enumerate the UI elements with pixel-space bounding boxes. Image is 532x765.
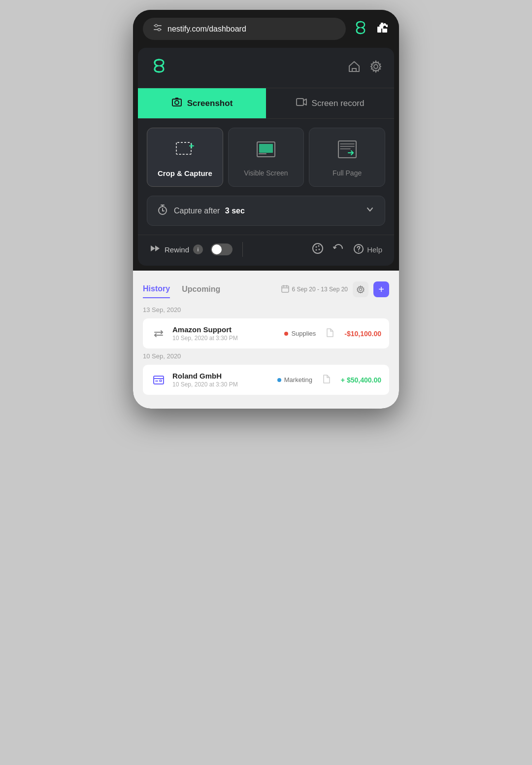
delay-selector[interactable]: Capture after 3 sec — [147, 196, 385, 226]
refresh-icon[interactable] — [332, 243, 344, 257]
ext-header-icons — [348, 60, 382, 76]
category-label-2: Marketing — [284, 376, 312, 383]
info-icon[interactable]: i — [193, 244, 203, 254]
table-row[interactable]: Amazon Support 10 Sep, 2020 at 3:30 PM S… — [143, 318, 389, 348]
transaction-icon-2 — [151, 372, 166, 388]
capture-option-crop[interactable]: Crop & Capture — [147, 128, 223, 187]
delay-label: Capture after — [174, 207, 220, 215]
attachment-icon-1 — [327, 328, 333, 339]
help-section[interactable]: Help — [353, 243, 382, 256]
chevron-down-icon — [365, 205, 375, 217]
date-range: 6 Sep 20 - 13 Sep 20 — [281, 285, 348, 294]
dash-tab-controls: 6 Sep 20 - 13 Sep 20 + — [281, 281, 389, 297]
ext-header — [138, 48, 394, 88]
cookie-icon[interactable] — [312, 243, 324, 257]
home-icon[interactable] — [348, 60, 361, 76]
screen-record-tab-icon — [296, 98, 307, 109]
svg-rect-6 — [352, 69, 356, 71]
svg-point-3 — [158, 29, 161, 31]
url-bar[interactable]: nestify.com/dashboard — [143, 18, 346, 40]
transaction-name-2: Roland GmbH — [172, 372, 271, 380]
tab-screen-record-label: Screen record — [312, 99, 365, 108]
puzzle-icon[interactable] — [375, 21, 389, 37]
brand-logo-icon — [353, 20, 368, 38]
transaction-date-2: 10 Sep, 2020 at 3:30 PM — [172, 381, 271, 388]
svg-rect-4 — [377, 27, 381, 33]
screenshot-tab-icon — [171, 97, 182, 109]
capture-option-full[interactable]: Full Page — [309, 128, 385, 187]
footer-divider — [242, 242, 243, 257]
transaction-info-1: Amazon Support 10 Sep, 2020 at 3:30 PM — [172, 325, 278, 342]
svg-rect-11 — [176, 142, 191, 154]
help-circle-icon — [353, 243, 364, 256]
capture-options: Crop & Capture Visible Screen — [138, 119, 394, 196]
timer-icon — [157, 204, 168, 217]
transaction-info-2: Roland GmbH 10 Sep, 2020 at 3:30 PM — [172, 372, 271, 388]
delay-value: 3 sec — [225, 207, 245, 215]
toggle-knob — [212, 244, 222, 254]
visible-screen-label: Visible Screen — [244, 169, 288, 177]
ext-footer: Rewind i — [138, 235, 394, 266]
svg-point-2 — [155, 25, 158, 27]
rewind-toggle[interactable] — [211, 243, 233, 255]
rewind-icon — [150, 244, 161, 255]
browser-bar: nestify.com/dashboard — [133, 10, 399, 48]
category-dot-2 — [277, 378, 281, 382]
tab-screenshot[interactable]: Screenshot — [138, 88, 266, 118]
info-text: i — [198, 246, 199, 252]
transaction-icon-1 — [151, 326, 166, 342]
date-range-text: 6 Sep 20 - 13 Sep 20 — [292, 286, 348, 293]
category-label-1: Supplies — [291, 330, 316, 337]
svg-rect-35 — [154, 376, 164, 384]
table-row[interactable]: Roland GmbH 10 Sep, 2020 at 3:30 PM Mark… — [143, 365, 389, 395]
tab-upcoming[interactable]: Upcoming — [182, 281, 220, 298]
transaction-date-1: 10 Sep, 2020 at 3:30 PM — [172, 335, 278, 342]
category-dot-1 — [284, 332, 288, 336]
dashboard-settings-button[interactable] — [353, 281, 368, 297]
visible-screen-icon — [255, 140, 277, 162]
crop-capture-label: Crop & Capture — [158, 169, 212, 177]
svg-point-27 — [316, 249, 317, 250]
date-group-1: 13 Sep, 2020 — [143, 306, 389, 313]
ext-tabs: Screenshot Screen record — [138, 88, 394, 119]
svg-point-25 — [318, 245, 320, 246]
transaction-name-1: Amazon Support — [172, 325, 278, 334]
help-label: Help — [367, 245, 382, 254]
svg-rect-30 — [282, 286, 289, 292]
attachment-icon-2 — [323, 375, 330, 385]
svg-point-24 — [316, 246, 317, 247]
dashboard-tabs: History Upcoming 6 Sep 20 - 13 Sep 20 — [143, 280, 389, 298]
svg-point-9 — [175, 101, 179, 104]
svg-rect-15 — [259, 144, 273, 153]
tab-screen-record[interactable]: Screen record — [266, 88, 394, 118]
svg-point-26 — [319, 248, 320, 250]
transaction-amount-1: -$10,100.00 — [344, 330, 381, 338]
svg-rect-10 — [297, 99, 303, 105]
svg-point-23 — [313, 243, 323, 253]
extension-popup: Screenshot Screen record — [138, 48, 394, 266]
crop-capture-icon — [174, 140, 196, 162]
svg-rect-5 — [382, 29, 387, 33]
rewind-section: Rewind i — [150, 243, 233, 255]
add-transaction-button[interactable]: + — [373, 281, 389, 297]
tab-screenshot-label: Screenshot — [187, 99, 233, 108]
tab-history[interactable]: History — [143, 280, 170, 298]
url-text: nestify.com/dashboard — [167, 25, 246, 34]
calendar-icon — [281, 285, 289, 294]
device-frame: nestify.com/dashboard — [133, 10, 399, 409]
svg-point-29 — [358, 250, 359, 251]
svg-point-7 — [374, 65, 378, 69]
url-bar-icon — [153, 23, 163, 35]
settings-icon[interactable] — [369, 60, 382, 76]
full-page-label: Full Page — [332, 169, 362, 177]
delay-left: Capture after 3 sec — [157, 204, 245, 217]
svg-rect-17 — [338, 141, 356, 158]
rewind-label: Rewind — [165, 245, 189, 254]
transaction-category-2: Marketing — [277, 376, 312, 383]
transaction-category-1: Supplies — [284, 330, 316, 337]
capture-option-visible[interactable]: Visible Screen — [228, 128, 304, 187]
delay-text: Capture after 3 sec — [174, 207, 245, 215]
dashboard-section: History Upcoming 6 Sep 20 - 13 Sep 20 — [133, 271, 399, 409]
full-page-icon — [336, 140, 358, 162]
date-group-2: 10 Sep, 2020 — [143, 352, 389, 360]
